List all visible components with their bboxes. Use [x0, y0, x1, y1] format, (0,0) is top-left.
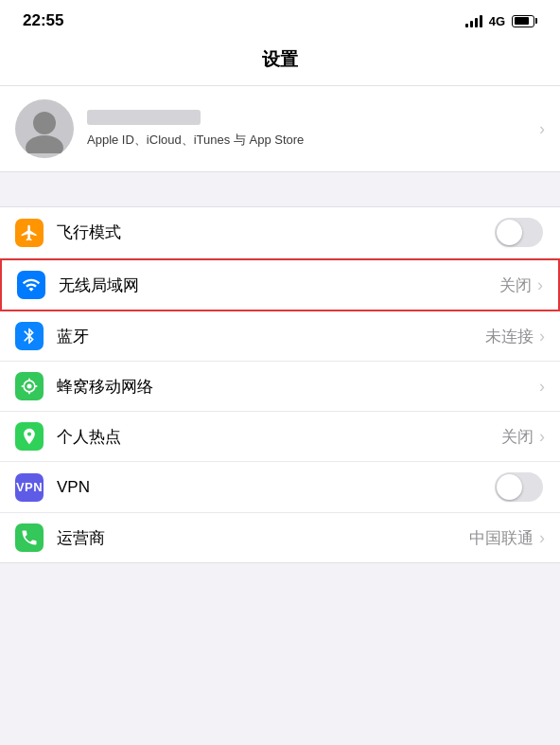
account-row[interactable]: Apple ID、iCloud、iTunes 与 App Store ›	[0, 86, 560, 172]
row-hotspot[interactable]: 个人热点 关闭 ›	[0, 412, 560, 462]
bluetooth-chevron: ›	[539, 327, 545, 346]
cellular-icon	[15, 372, 44, 400]
vpn-label: VPN	[57, 478, 495, 497]
row-wifi[interactable]: 无线局域网 关闭 ›	[2, 260, 558, 310]
bluetooth-label: 蓝牙	[57, 326, 485, 347]
airplane-label: 飞行模式	[57, 222, 495, 243]
carrier-label: 运营商	[57, 527, 469, 549]
hotspot-icon	[15, 422, 44, 451]
airplane-toggle[interactable]	[495, 218, 543, 247]
battery-icon	[512, 15, 537, 27]
svg-point-0	[33, 112, 56, 134]
wifi-value: 关闭	[499, 275, 532, 296]
bluetooth-icon	[15, 322, 44, 350]
hotspot-chevron: ›	[539, 427, 545, 447]
cellular-chevron: ›	[539, 377, 545, 397]
row-bluetooth[interactable]: 蓝牙 未连接 ›	[0, 311, 560, 362]
row-cellular[interactable]: 蜂窝移动网络 ›	[0, 362, 560, 412]
account-subtitle: Apple ID、iCloud、iTunes 与 App Store	[87, 132, 532, 149]
bluetooth-value: 未连接	[485, 326, 534, 347]
svg-point-3	[27, 384, 32, 389]
cellular-label: 蜂窝移动网络	[57, 376, 539, 398]
status-bar: 22:55 4G	[0, 0, 560, 38]
hotspot-value: 关闭	[501, 426, 534, 448]
wifi-chevron: ›	[537, 275, 543, 295]
wifi-label: 无线局域网	[59, 275, 499, 296]
vpn-icon: VPN	[15, 473, 44, 502]
row-vpn[interactable]: VPN VPN	[0, 462, 560, 513]
network-type: 4G	[489, 14, 505, 28]
settings-group-network: 飞行模式 无线局域网 关闭 › 蓝牙 未连接 ›	[0, 206, 560, 563]
carrier-chevron: ›	[539, 528, 545, 548]
account-info: Apple ID、iCloud、iTunes 与 App Store	[87, 110, 532, 149]
vpn-toggle[interactable]	[495, 472, 543, 502]
svg-point-1	[26, 135, 63, 153]
row-wifi-wrapper[interactable]: 无线局域网 关闭 ›	[0, 258, 560, 311]
account-name-placeholder	[87, 110, 201, 125]
wifi-icon	[17, 271, 45, 299]
page-title-bar: 设置	[0, 38, 560, 86]
row-carrier[interactable]: 运营商 中国联通 ›	[0, 513, 560, 562]
status-icons: 4G	[465, 14, 537, 28]
row-airplane[interactable]: 飞行模式	[0, 207, 560, 258]
status-time: 22:55	[23, 11, 63, 30]
avatar	[15, 99, 74, 158]
vpn-text: VPN	[16, 480, 43, 494]
airplane-icon	[15, 219, 44, 247]
signal-icon	[465, 15, 482, 27]
carrier-value: 中国联通	[469, 527, 534, 549]
carrier-icon	[15, 523, 44, 552]
page-title: 设置	[0, 47, 560, 72]
section-gap-1	[0, 172, 560, 206]
account-chevron: ›	[539, 119, 545, 139]
hotspot-label: 个人热点	[57, 426, 501, 448]
